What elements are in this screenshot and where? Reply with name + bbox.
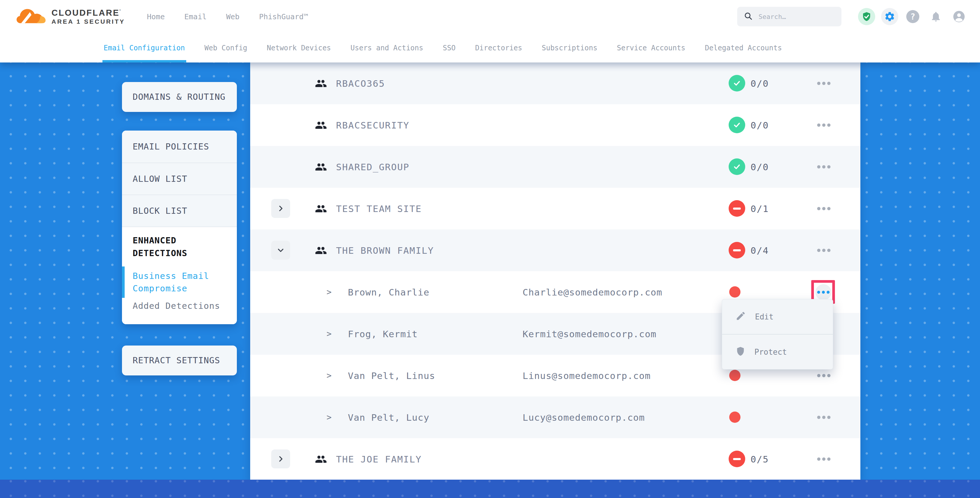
row-menu-button[interactable]: [817, 104, 830, 146]
sidebar-item[interactable]: DOMAINS & ROUTING: [122, 82, 237, 112]
status-ok-badge: [729, 158, 745, 175]
flag-dot: [729, 370, 740, 381]
top-nav: Home Email Web PhishGuard™: [147, 13, 308, 21]
subnav-tab[interactable]: Directories: [475, 33, 522, 62]
flag-dot: [729, 412, 740, 423]
member-email: Kermit@somedemocorp.com: [523, 313, 656, 355]
row-menu-button[interactable]: [817, 146, 830, 188]
table-row: SHARED_GROUP 0/0: [250, 146, 861, 188]
menu-item-label: Protect: [754, 348, 787, 356]
group-icon: [315, 104, 327, 146]
member-name: Frog, Kermit: [348, 313, 418, 355]
expand-toggle-button[interactable]: [271, 241, 290, 260]
protection-count: 0/5: [751, 438, 769, 480]
subnav-tab[interactable]: Network Devices: [267, 33, 331, 62]
search-box[interactable]: [737, 7, 842, 26]
subnav-tab[interactable]: Subscriptions: [542, 33, 598, 62]
notifications-bell-icon[interactable]: [927, 8, 945, 25]
group-name: RBACSECURITY: [336, 104, 409, 146]
subnav-tab[interactable]: Delegated Accounts: [705, 33, 782, 62]
group-icon: [315, 62, 327, 104]
status-ok-badge: [729, 75, 745, 91]
status-blocked-badge: [729, 242, 745, 258]
row-actions-menu: Edit Protect: [722, 299, 833, 369]
row-menu-button[interactable]: [817, 396, 830, 438]
shield-icon: [735, 346, 746, 358]
group-icon: [315, 188, 327, 229]
group-table: RBACO365 0/0: [250, 62, 861, 480]
group-icon: [315, 229, 327, 271]
sidebar-card-domains: DOMAINS & ROUTING: [122, 82, 237, 112]
sidebar-item[interactable]: ENHANCED DETECTIONS: [122, 226, 237, 266]
table-row: THE BROWN FAMILY 0/4: [250, 229, 861, 271]
header: CLOUDFLARE' AREA 1 SECURITY Home Email W…: [0, 0, 980, 33]
top-nav-link[interactable]: Home: [147, 13, 165, 21]
search-input[interactable]: [758, 13, 830, 21]
header-right: ?: [737, 7, 967, 26]
menu-item-label: Edit: [755, 312, 774, 321]
status-ok-badge: [729, 117, 745, 133]
protection-count: 0/0: [751, 146, 769, 188]
top-nav-link[interactable]: PhishGuard™: [259, 13, 308, 21]
member-name: Brown, Charlie: [348, 271, 429, 313]
brand-name: CLOUDFLARE': [51, 8, 125, 17]
page-body: DOMAINS & ROUTING EMAIL POLICIES ALLOW L…: [0, 62, 980, 498]
group-name: SHARED_GROUP: [336, 146, 409, 188]
sidebar-item[interactable]: Added Detections: [122, 298, 237, 324]
member-arrow-icon: >: [326, 355, 332, 396]
sidebar-item[interactable]: BLOCK LIST: [122, 194, 237, 226]
row-menu-button[interactable]: [817, 438, 830, 480]
pencil-icon: [735, 310, 746, 323]
group-name: TEST TEAM SITE: [336, 188, 422, 229]
table-row: THE JOE FAMILY 0/5: [250, 438, 861, 480]
row-menu-button[interactable]: [817, 62, 830, 104]
member-email: Linus@somedemocorp.com: [523, 355, 651, 396]
protection-count: 0/4: [751, 229, 769, 271]
sidebar-item[interactable]: EMAIL POLICIES: [122, 130, 237, 162]
group-name: RBACO365: [336, 62, 385, 104]
settings-gear-icon[interactable]: [881, 8, 898, 25]
shield-check-icon[interactable]: [858, 8, 875, 25]
top-nav-link[interactable]: Email: [184, 13, 206, 21]
status-blocked-badge: [729, 200, 745, 217]
cloudflare-logo[interactable]: CLOUDFLARE' AREA 1 SECURITY: [17, 8, 125, 25]
user-avatar-icon[interactable]: [950, 8, 967, 25]
protection-count: 0/0: [751, 62, 769, 104]
search-icon: [744, 11, 752, 22]
protection-count: 0/0: [751, 104, 769, 146]
expand-toggle-button[interactable]: [271, 199, 290, 218]
sidebar-item[interactable]: RETRACT SETTINGS: [122, 345, 237, 375]
top-nav-link[interactable]: Web: [226, 13, 240, 21]
subnav-tab[interactable]: Users and Actions: [350, 33, 423, 62]
row-menu-button[interactable]: [817, 188, 830, 229]
protection-count: 0/1: [751, 188, 769, 229]
footer-strip: [0, 480, 980, 498]
sidebar-card-policies: EMAIL POLICIES ALLOW LIST BLOCK LIST ENH…: [122, 130, 237, 324]
menu-item[interactable]: Protect: [722, 334, 833, 369]
app-window: CLOUDFLARE' AREA 1 SECURITY Home Email W…: [0, 0, 980, 498]
group-icon: [315, 438, 327, 480]
flag-dot: [729, 286, 740, 298]
table-row: RBACO365 0/0: [250, 62, 861, 104]
row-menu-button[interactable]: [817, 229, 830, 271]
member-email: Lucy@somedemocorp.com: [523, 396, 645, 438]
subnav: Email Configuration Web Config Network D…: [0, 33, 980, 62]
sidebar-item[interactable]: ALLOW LIST: [122, 162, 237, 194]
expand-toggle-button[interactable]: [271, 449, 290, 468]
group-name: THE BROWN FAMILY: [336, 229, 434, 271]
subnav-tab[interactable]: Web Config: [205, 33, 248, 62]
menu-item[interactable]: Edit: [722, 299, 833, 334]
status-blocked-badge: [729, 450, 745, 467]
member-email: Charlie@somedemocorp.com: [523, 271, 662, 313]
member-arrow-icon: >: [326, 313, 332, 355]
member-name: Van Pelt, Lucy: [348, 396, 429, 438]
subnav-tab[interactable]: Email Configuration: [103, 33, 185, 62]
group-icon: [315, 146, 327, 188]
table-row: TEST TEAM SITE 0/1: [250, 188, 861, 229]
help-icon[interactable]: ?: [904, 8, 921, 25]
brand-subtitle: AREA 1 SECURITY: [51, 18, 125, 25]
subnav-tab[interactable]: Service Accounts: [617, 33, 686, 62]
table-row: RBACSECURITY 0/0: [250, 104, 861, 146]
subnav-tab[interactable]: SSO: [442, 33, 455, 62]
sidebar-item[interactable]: Business Email Compromise: [122, 266, 237, 298]
